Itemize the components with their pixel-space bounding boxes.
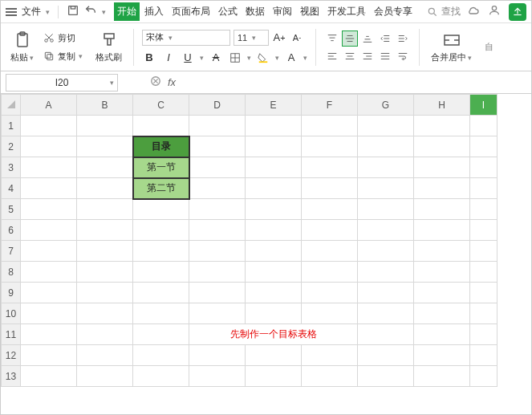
cell[interactable] [77, 366, 133, 387]
cell[interactable] [358, 345, 414, 366]
col-header-h[interactable]: H [414, 95, 470, 116]
cell[interactable] [470, 241, 497, 262]
col-header-a[interactable]: A [21, 95, 77, 116]
cell[interactable] [302, 199, 358, 220]
cell[interactable] [470, 303, 497, 324]
row-header[interactable]: 6 [2, 220, 21, 241]
row-header[interactable]: 10 [2, 303, 21, 324]
align-left-button[interactable] [324, 48, 340, 64]
cell[interactable] [21, 241, 77, 262]
col-header-b[interactable]: B [77, 95, 133, 116]
row-header[interactable]: 11 [2, 324, 21, 345]
col-header-c[interactable]: C [133, 95, 189, 116]
align-top-button[interactable] [324, 31, 340, 47]
increase-font-icon[interactable]: A+ [272, 31, 286, 45]
cell[interactable] [77, 262, 133, 283]
cell[interactable] [302, 366, 358, 387]
cell[interactable] [358, 116, 414, 136]
cell[interactable] [189, 303, 246, 324]
cell[interactable] [358, 262, 414, 283]
cell[interactable] [77, 157, 133, 178]
cell[interactable] [77, 283, 133, 303]
row-header[interactable]: 2 [2, 136, 21, 157]
cell[interactable] [470, 220, 497, 241]
cell[interactable] [358, 241, 414, 262]
cloud-icon[interactable] [467, 4, 480, 19]
cell[interactable] [302, 220, 358, 241]
cell[interactable] [414, 283, 470, 303]
align-bottom-button[interactable] [359, 31, 376, 47]
cell[interactable] [246, 262, 302, 283]
cell[interactable] [133, 366, 189, 387]
tab-data[interactable]: 数据 [242, 2, 268, 21]
font-size-select[interactable]: 11▾ [234, 30, 269, 46]
tab-review[interactable]: 审阅 [270, 2, 295, 21]
cell[interactable] [246, 345, 302, 366]
border-button[interactable] [228, 51, 242, 65]
cell[interactable] [246, 136, 302, 157]
cell[interactable] [189, 366, 246, 387]
col-header-f[interactable]: F [302, 95, 358, 116]
cell[interactable] [133, 283, 189, 303]
cancel-formula-icon[interactable] [150, 75, 161, 89]
cell[interactable] [358, 283, 414, 303]
fx-icon[interactable]: fx [168, 76, 176, 88]
col-header-g[interactable]: G [358, 95, 414, 116]
cell[interactable] [246, 199, 302, 220]
tab-layout[interactable]: 页面布局 [169, 2, 213, 21]
cell[interactable] [414, 220, 470, 241]
cell[interactable] [358, 157, 414, 178]
row-header[interactable]: 1 [2, 116, 21, 136]
tab-view[interactable]: 视图 [297, 2, 323, 21]
cell[interactable] [470, 283, 497, 303]
cell[interactable] [189, 241, 246, 262]
cell[interactable] [470, 157, 497, 178]
cell[interactable] [246, 303, 302, 324]
cell[interactable] [77, 199, 133, 220]
cell[interactable] [133, 116, 189, 136]
cell[interactable] [21, 136, 77, 157]
cell[interactable] [21, 345, 77, 366]
cell[interactable] [470, 324, 497, 345]
cell[interactable] [189, 345, 246, 366]
cell[interactable] [189, 262, 246, 283]
cell[interactable] [21, 116, 77, 136]
cell[interactable] [246, 178, 302, 199]
tab-insert[interactable]: 插入 [141, 2, 167, 21]
cell[interactable] [470, 262, 497, 283]
cell[interactable] [246, 241, 302, 262]
cell[interactable] [133, 303, 189, 324]
row-header[interactable]: 8 [2, 262, 21, 283]
cell[interactable] [358, 178, 414, 199]
share-button[interactable] [509, 3, 526, 21]
col-header-d[interactable]: D [189, 95, 246, 116]
row-header[interactable]: 4 [2, 178, 21, 199]
save-icon[interactable] [67, 4, 79, 19]
cell[interactable] [470, 116, 497, 136]
undo-icon[interactable] [84, 4, 97, 19]
cell[interactable] [21, 199, 77, 220]
cell[interactable] [302, 241, 358, 262]
col-header-e[interactable]: E [246, 95, 302, 116]
cell[interactable] [302, 262, 358, 283]
paste-button[interactable]: 粘贴▾ [7, 29, 37, 65]
cell[interactable] [21, 303, 77, 324]
hamburger-icon[interactable] [6, 8, 17, 16]
cell[interactable] [133, 345, 189, 366]
row-header[interactable]: 3 [2, 157, 21, 178]
annotation-text[interactable]: 先制作一个目标表格 [189, 324, 358, 345]
cell[interactable] [302, 136, 358, 157]
font-name-select[interactable]: 宋体▾ [142, 30, 230, 46]
cell[interactable] [21, 178, 77, 199]
cell[interactable] [302, 157, 358, 178]
cell-c2[interactable]: 目录 [133, 136, 189, 157]
cell[interactable] [189, 136, 246, 157]
user-icon[interactable] [488, 4, 501, 19]
cell[interactable] [414, 157, 470, 178]
row-header[interactable]: 5 [2, 199, 21, 220]
col-header-i[interactable]: I [470, 95, 497, 116]
cell[interactable] [77, 241, 133, 262]
cell[interactable] [358, 366, 414, 387]
cell[interactable] [470, 199, 497, 220]
cell[interactable] [133, 199, 189, 220]
